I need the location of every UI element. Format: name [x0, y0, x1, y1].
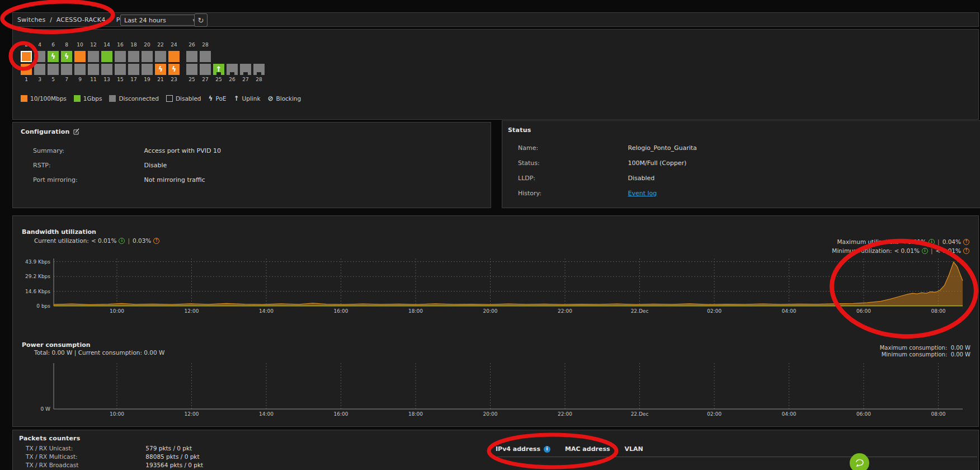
port-number-label: 13 — [101, 77, 112, 82]
port-number-label: 17 — [128, 77, 139, 82]
port-8[interactable]: ϟ — [61, 51, 72, 62]
port-27[interactable] — [200, 64, 211, 75]
legend-item: ↑Uplink — [233, 95, 260, 102]
port-24[interactable] — [168, 51, 180, 62]
tab-ipv4-address[interactable]: IPv4 address i — [496, 445, 550, 453]
port-number-label: 9 — [74, 77, 86, 82]
bolt-icon: ϟ — [209, 95, 213, 102]
port-22[interactable] — [155, 51, 166, 62]
legend-item: Disabled — [166, 95, 201, 102]
port-12[interactable] — [88, 51, 99, 62]
port-15[interactable] — [115, 64, 126, 75]
svg-text:18:00: 18:00 — [408, 308, 423, 314]
port-11[interactable] — [88, 64, 99, 75]
poe-bolt-icon: ϟ — [155, 64, 166, 75]
port-5[interactable] — [48, 64, 59, 75]
bandwidth-chart: 10:0012:0014:0016:0018:0020:0022:0022.De… — [17, 255, 968, 314]
power-subtitle: Total: 0.00 W | Current consumption: 0.0… — [34, 349, 164, 356]
time-range-select[interactable]: Last 24 hours ▾ — [120, 15, 199, 26]
port-26-sfp[interactable] — [227, 64, 238, 75]
svg-text:18:00: 18:00 — [408, 411, 423, 417]
svg-text:06:00: 06:00 — [856, 308, 871, 314]
status-row-lldp: LLDP: Disabled — [518, 175, 654, 182]
port-25-sfp[interactable]: ↑ — [213, 64, 224, 75]
legend-swatch-orange — [21, 95, 27, 102]
port-26[interactable] — [186, 51, 197, 62]
tab-underline — [493, 457, 977, 457]
legend-swatch-green — [74, 95, 81, 102]
svg-text:22:00: 22:00 — [558, 308, 572, 314]
port-number-label: 2 — [21, 42, 32, 48]
packets-row-broadcast: TX / RX Broadcast 193564 pkts / 0 pkt — [26, 462, 203, 468]
svg-text:20:00: 20:00 — [483, 308, 498, 314]
port-number-label: 10 — [74, 42, 86, 48]
port-28-sfp[interactable] — [253, 64, 265, 75]
breadcrumb-separator: / — [50, 16, 52, 24]
event-log-link[interactable]: Event log — [628, 190, 657, 197]
port-7[interactable] — [61, 64, 72, 75]
breadcrumb: Switches / ACESSO-RACK4 / Port 2 — [17, 16, 137, 24]
chat-bubble-icon[interactable] — [850, 453, 869, 470]
port-number-label: 27 — [240, 77, 251, 82]
port-20[interactable] — [142, 51, 153, 62]
port-number-label: 25 — [186, 77, 197, 82]
port-28[interactable] — [200, 51, 211, 62]
legend-label: Uplink — [242, 95, 261, 102]
port-21[interactable]: ϟ — [155, 64, 166, 75]
svg-text:10:00: 10:00 — [110, 308, 124, 314]
tab-vlan[interactable]: VLAN — [624, 445, 643, 453]
port-13[interactable] — [101, 64, 112, 75]
breadcrumb-switch-name[interactable]: ACESSO-RACK4 — [56, 16, 106, 24]
port-6[interactable]: ϟ — [48, 51, 59, 62]
port-16[interactable] — [115, 51, 126, 62]
configuration-panel: Configuration Summary: Access port with … — [12, 122, 491, 208]
svg-text:22.Dec: 22.Dec — [631, 308, 649, 314]
port-number-label: 12 — [88, 42, 99, 48]
svg-text:16:00: 16:00 — [334, 308, 348, 314]
port-9[interactable] — [74, 64, 86, 75]
port-25[interactable] — [186, 64, 197, 75]
port-number-label: 14 — [101, 42, 112, 48]
port-14[interactable] — [101, 51, 112, 62]
svg-text:14:00: 14:00 — [259, 411, 274, 417]
packets-row-unicast: TX / RX Unicast: 579 pkts / 0 pkt — [26, 445, 192, 452]
port-number-label: 26 — [186, 42, 197, 48]
svg-text:0 W: 0 W — [41, 406, 51, 412]
tab-mac-address[interactable]: MAC address — [565, 445, 610, 453]
port-23[interactable]: ϟ — [168, 64, 180, 75]
port-27-sfp[interactable] — [240, 64, 251, 75]
port-2[interactable] — [21, 51, 32, 62]
port-1[interactable] — [21, 64, 32, 75]
svg-text:29.2 Kbps: 29.2 Kbps — [25, 274, 50, 279]
status-row-status: Status: 100M/Full (Copper) — [518, 159, 686, 167]
svg-text:04:00: 04:00 — [782, 308, 797, 314]
legend-label: 1Gbps — [83, 95, 102, 102]
upload-arrow-icon: ↑ — [963, 248, 969, 254]
port-number-label: 28 — [253, 77, 265, 82]
breadcrumb-switches[interactable]: Switches — [17, 16, 45, 24]
port-number-label: 1 — [21, 77, 32, 82]
port-number-label: 3 — [34, 77, 45, 82]
port-3[interactable] — [34, 64, 45, 75]
port-18[interactable] — [128, 51, 139, 62]
port-4[interactable] — [34, 51, 45, 62]
svg-text:08:00: 08:00 — [931, 411, 946, 417]
edit-icon[interactable] — [73, 128, 79, 137]
port-10[interactable] — [74, 51, 86, 62]
svg-text:08:00: 08:00 — [931, 308, 946, 314]
info-icon[interactable]: i — [544, 446, 550, 453]
power-title: Power consumption — [22, 341, 91, 349]
refresh-button[interactable]: ↻ — [194, 13, 208, 27]
port-17[interactable] — [128, 64, 139, 75]
legend-label: PoE — [215, 95, 226, 102]
port-19[interactable] — [142, 64, 153, 75]
status-title: Status — [508, 126, 531, 134]
bandwidth-max-utilization: Maximum utilization: < 0.01% ↓ | 0.04% ↑ — [837, 238, 969, 245]
port-number-label: 6 — [48, 42, 59, 48]
port-number-label: 21 — [155, 77, 166, 82]
svg-text:10:00: 10:00 — [110, 411, 124, 417]
upload-arrow-icon: ↑ — [153, 238, 159, 244]
status-row-history: History: Event log — [518, 190, 657, 197]
port-number-label: 15 — [115, 77, 126, 82]
packets-panel: Packets counters TX / RX Unicast: 579 pk… — [12, 430, 979, 470]
